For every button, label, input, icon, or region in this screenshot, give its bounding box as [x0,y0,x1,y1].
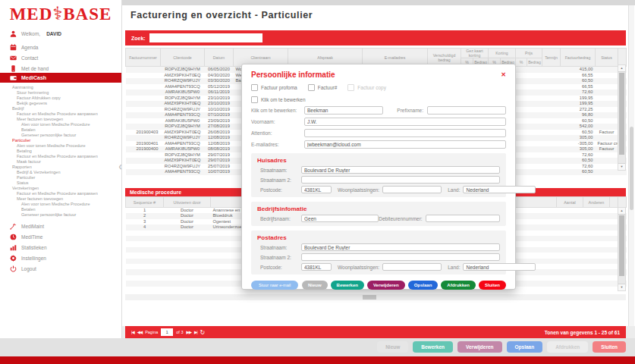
invoice-scrollbar[interactable]: ▲ ▼ [618,64,626,171]
action-button[interactable]: Bewerken [331,281,364,290]
medicash-label: MediCash [21,75,46,80]
submenu-item[interactable]: Alen voor tonen Medische Procedure [0,202,121,207]
huisadres-section: Huisadres Straatnaam: Straatnaam 2: Post… [251,153,506,197]
submenu-item[interactable]: Factuur en Medische Procedure aanpassen [0,191,121,196]
submenu-item[interactable]: Betalen [0,207,121,212]
home-country-field[interactable] [463,186,536,193]
scroll-up-icon[interactable]: ▲ [618,65,625,72]
sidebar-item[interactable]: Agenda [0,42,121,52]
lastname-label: Klik om te bewerken: [251,108,304,113]
action-button[interactable]: Opslaan [507,341,543,353]
action-button[interactable]: Bewerken [413,341,453,353]
post-street-field[interactable] [301,243,500,251]
bottom-strip [0,356,635,364]
last-page-icon[interactable]: ▶| [194,330,197,334]
submenu-item[interactable]: Alen voor tonen Medische Procedure [0,122,121,127]
page-number-input[interactable] [161,328,173,336]
col-factuurnummer: Factuurnummer [126,49,161,67]
action-button[interactable]: Opslaan [408,281,439,290]
post-street2-field[interactable] [301,253,500,261]
submenu-item[interactable]: Bedrijf & Verzekeringen [0,170,121,175]
action-button[interactable]: Sluiten [479,281,506,290]
sidebar-item-label: Contact [21,55,38,61]
clock-icon [10,234,17,240]
checkbox-factuur-proforma[interactable]: Factuur profoma [251,84,297,91]
scroll-thumb[interactable] [619,215,624,276]
submenu-item[interactable]: Rapporten [0,165,121,170]
sidebar-item-label: Agenda [21,45,38,50]
action-button[interactable]: Afdrukken [441,281,476,290]
refresh-icon[interactable]: ↻ [200,329,206,336]
records-summary: Tonen van gegevens 1 - 25 of 61 [545,330,620,335]
submenu-item[interactable]: Factuur Afdrukken copy [0,96,121,101]
post-city-field[interactable] [382,263,442,271]
checkbox-klik-om-te-bewerken[interactable]: Klik om te bewerken [251,96,306,103]
col-korting: Korting [489,49,516,58]
action-button[interactable]: Sluiten [593,341,626,353]
scroll-thumb[interactable] [630,127,633,210]
company-name-field[interactable] [301,215,379,222]
action-button[interactable]: Nieuw [302,281,328,290]
submenu-item[interactable]: Status [0,180,121,186]
email-field[interactable] [304,140,506,149]
first-page-icon[interactable]: |◀ [131,330,134,334]
scroll-up-icon[interactable]: ▲ [618,208,625,215]
scroll-down-icon[interactable]: ▼ [618,163,625,170]
search-input[interactable] [149,33,262,42]
firstname-field[interactable] [304,118,506,126]
submenu-item[interactable]: Particulier [0,175,121,180]
sidebar-tool-item[interactable]: Logout [0,264,121,274]
home-city-field[interactable] [382,186,442,193]
next-page-icon[interactable]: ▶▶ [186,330,190,334]
procedure-scrollbar[interactable]: ▲ ▼ [618,207,626,291]
submenu-item[interactable]: Bekijk gegevens [0,101,121,106]
send-email-button[interactable]: Stuur naar e-mail [251,281,298,290]
post-postcode-field[interactable] [301,263,332,271]
submenu-item[interactable]: Meer facturen toevoegen [0,196,121,202]
sidebar-item-medicash[interactable]: MediCash [0,73,121,83]
submenu-item[interactable]: Factuur en Medische Procedure aanpassen [0,154,121,159]
close-icon[interactable]: ✕ [501,71,506,78]
home-street-field[interactable] [301,166,500,174]
sidebar-tool-item[interactable]: Instellingen [0,253,121,263]
debtor-number-field[interactable] [426,215,500,222]
prev-page-icon[interactable]: ◀◀ [137,330,142,334]
submenu-item[interactable]: Aanmaning [0,85,121,90]
submenu-item[interactable]: Stuur herinnering [0,90,121,96]
sidebar-tool-item[interactable]: MediMaint [0,221,121,231]
attention-field[interactable] [304,129,506,137]
checkbox-factuurnummer[interactable]: Factuur# [308,84,338,91]
submenu-item[interactable]: Factuur en Medische Procedure aanpassen [0,111,121,117]
submenu-item[interactable]: Genereer persoonlijke factuur [0,133,121,138]
scroll-thumb[interactable] [363,295,376,300]
submenu-item[interactable]: Bedrijf [0,106,121,111]
sidebar-item[interactable]: Contact [0,53,121,63]
prefix-field[interactable] [427,106,506,115]
horizontal-scrollbar[interactable] [125,294,626,300]
submenu-item[interactable]: Betaling [0,149,121,154]
submenu-item[interactable]: Maak factuur [0,159,121,165]
sidebar-tool-item[interactable]: Statistieken [0,243,121,253]
scroll-thumb[interactable] [619,73,624,155]
sidebar-tool-item[interactable]: MediTime [0,232,121,242]
home-postcode-field[interactable] [301,186,332,193]
sidebar-collapse-icon[interactable]: ❮ [118,164,122,169]
action-button[interactable]: Nieuw [377,341,408,353]
submenu-item[interactable]: Alen voor tonen Medische Procedure [0,143,121,149]
action-button[interactable]: Verwijderen [457,341,502,353]
post-country-field[interactable] [463,263,536,271]
submenu-item[interactable]: Verzekeringen [0,186,121,191]
submenu-item[interactable]: Meer facturen toevoegen [0,117,121,122]
submenu-item[interactable]: Particulier [0,138,121,143]
submenu-item[interactable]: Betalen [0,127,121,133]
wallet-icon [10,74,17,81]
page-scrollbar[interactable] [628,5,634,326]
submenu-item[interactable]: Genereer persoonlijke factuur [0,212,121,218]
home-street2-field[interactable] [301,176,500,184]
scroll-down-icon[interactable]: ▼ [618,284,625,290]
lastname-field[interactable] [304,106,383,115]
sidebar-tool-label: MediMaint [21,224,44,229]
action-button[interactable]: Afdrukken [547,341,588,353]
sidebar-tool-label: Statistieken [21,245,47,250]
action-button[interactable]: Verwijderen [367,281,405,290]
